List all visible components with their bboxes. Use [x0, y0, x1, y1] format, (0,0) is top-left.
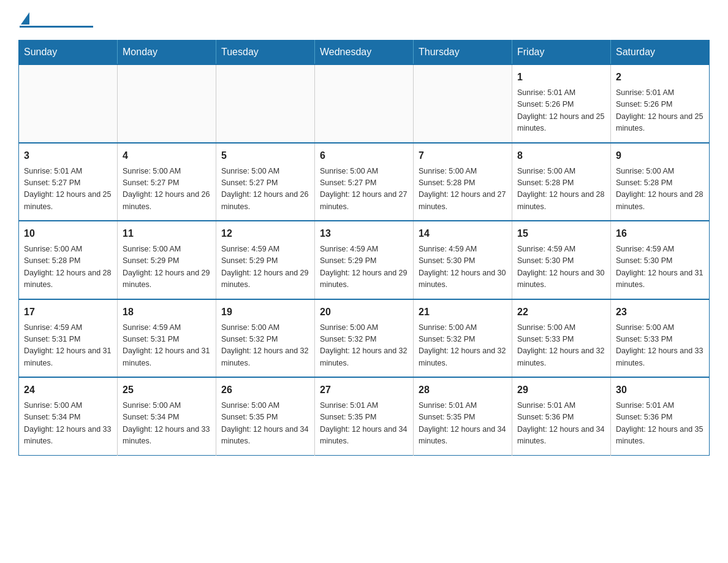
day-info: Sunrise: 4:59 AMSunset: 5:30 PMDaylight:…	[616, 243, 704, 291]
calendar-cell: 16Sunrise: 4:59 AMSunset: 5:30 PMDayligh…	[611, 221, 710, 299]
day-info: Sunrise: 5:00 AMSunset: 5:27 PMDaylight:…	[320, 166, 408, 213]
calendar-cell	[19, 64, 118, 143]
day-number: 9	[616, 148, 704, 163]
day-number: 22	[517, 305, 605, 320]
day-number: 12	[221, 226, 309, 241]
weekday-header-friday: Friday	[512, 40, 611, 65]
day-info: Sunrise: 5:00 AMSunset: 5:34 PMDaylight:…	[123, 400, 211, 448]
weekday-header-row: SundayMondayTuesdayWednesdayThursdayFrid…	[19, 40, 710, 65]
day-number: 24	[24, 383, 112, 397]
day-number: 10	[24, 226, 112, 241]
day-info: Sunrise: 5:01 AMSunset: 5:35 PMDaylight:…	[419, 400, 507, 448]
day-info: Sunrise: 4:59 AMSunset: 5:31 PMDaylight:…	[24, 322, 112, 370]
calendar-header: SundayMondayTuesdayWednesdayThursdayFrid…	[19, 40, 710, 65]
day-number: 14	[419, 226, 507, 241]
day-info: Sunrise: 5:01 AMSunset: 5:27 PMDaylight:…	[24, 166, 112, 213]
page-header	[18, 12, 710, 28]
calendar-cell: 1Sunrise: 5:01 AMSunset: 5:26 PMDaylight…	[512, 64, 611, 143]
day-info: Sunrise: 5:01 AMSunset: 5:26 PMDaylight:…	[616, 87, 704, 135]
day-info: Sunrise: 4:59 AMSunset: 5:30 PMDaylight:…	[419, 243, 507, 291]
calendar-week-row: 1Sunrise: 5:01 AMSunset: 5:26 PMDaylight…	[19, 64, 710, 143]
day-info: Sunrise: 5:00 AMSunset: 5:29 PMDaylight:…	[123, 243, 211, 291]
calendar-cell: 10Sunrise: 5:00 AMSunset: 5:28 PMDayligh…	[19, 221, 118, 299]
calendar-week-row: 10Sunrise: 5:00 AMSunset: 5:28 PMDayligh…	[19, 221, 710, 299]
day-number: 19	[221, 305, 309, 320]
calendar-cell	[216, 64, 315, 143]
calendar-cell: 20Sunrise: 5:00 AMSunset: 5:32 PMDayligh…	[315, 299, 414, 378]
calendar-body: 1Sunrise: 5:01 AMSunset: 5:26 PMDaylight…	[19, 64, 710, 455]
day-number: 25	[123, 383, 211, 397]
day-number: 21	[419, 305, 507, 320]
calendar-cell: 30Sunrise: 5:01 AMSunset: 5:36 PMDayligh…	[611, 377, 710, 455]
calendar-cell: 2Sunrise: 5:01 AMSunset: 5:26 PMDaylight…	[611, 64, 710, 143]
day-info: Sunrise: 5:01 AMSunset: 5:36 PMDaylight:…	[616, 400, 704, 448]
day-info: Sunrise: 4:59 AMSunset: 5:29 PMDaylight:…	[320, 243, 408, 291]
calendar-cell: 13Sunrise: 4:59 AMSunset: 5:29 PMDayligh…	[315, 221, 414, 299]
calendar-week-row: 17Sunrise: 4:59 AMSunset: 5:31 PMDayligh…	[19, 299, 710, 378]
calendar-cell: 12Sunrise: 4:59 AMSunset: 5:29 PMDayligh…	[216, 221, 315, 299]
day-info: Sunrise: 5:00 AMSunset: 5:33 PMDaylight:…	[616, 322, 704, 370]
day-number: 16	[616, 226, 704, 241]
logo	[18, 12, 93, 28]
day-info: Sunrise: 5:01 AMSunset: 5:26 PMDaylight:…	[517, 87, 605, 135]
day-number: 28	[419, 383, 507, 397]
day-info: Sunrise: 5:01 AMSunset: 5:36 PMDaylight:…	[517, 400, 605, 448]
day-info: Sunrise: 5:00 AMSunset: 5:28 PMDaylight:…	[24, 243, 112, 291]
day-number: 3	[24, 148, 112, 163]
day-number: 4	[123, 148, 211, 163]
day-number: 13	[320, 226, 408, 241]
day-number: 11	[123, 226, 211, 241]
day-number: 7	[419, 148, 507, 163]
calendar-cell: 7Sunrise: 5:00 AMSunset: 5:28 PMDaylight…	[414, 143, 512, 221]
weekday-header-wednesday: Wednesday	[315, 40, 414, 65]
calendar-cell: 8Sunrise: 5:00 AMSunset: 5:28 PMDaylight…	[512, 143, 611, 221]
calendar-cell: 24Sunrise: 5:00 AMSunset: 5:34 PMDayligh…	[19, 377, 118, 455]
day-info: Sunrise: 5:00 AMSunset: 5:35 PMDaylight:…	[221, 400, 309, 448]
calendar-cell: 9Sunrise: 5:00 AMSunset: 5:28 PMDaylight…	[611, 143, 710, 221]
day-info: Sunrise: 5:00 AMSunset: 5:33 PMDaylight:…	[517, 322, 605, 370]
calendar-cell: 28Sunrise: 5:01 AMSunset: 5:35 PMDayligh…	[414, 377, 512, 455]
calendar-cell: 21Sunrise: 5:00 AMSunset: 5:32 PMDayligh…	[414, 299, 512, 378]
day-info: Sunrise: 5:00 AMSunset: 5:28 PMDaylight:…	[419, 166, 507, 213]
calendar-cell: 29Sunrise: 5:01 AMSunset: 5:36 PMDayligh…	[512, 377, 611, 455]
day-number: 26	[221, 383, 309, 397]
day-number: 18	[123, 305, 211, 320]
weekday-header-monday: Monday	[118, 40, 216, 65]
day-info: Sunrise: 5:00 AMSunset: 5:27 PMDaylight:…	[123, 166, 211, 213]
day-info: Sunrise: 5:00 AMSunset: 5:28 PMDaylight:…	[616, 166, 704, 213]
day-info: Sunrise: 4:59 AMSunset: 5:31 PMDaylight:…	[123, 322, 211, 370]
day-number: 8	[517, 148, 605, 163]
calendar-cell: 6Sunrise: 5:00 AMSunset: 5:27 PMDaylight…	[315, 143, 414, 221]
calendar-table: SundayMondayTuesdayWednesdayThursdayFrid…	[18, 40, 710, 456]
day-info: Sunrise: 5:00 AMSunset: 5:28 PMDaylight:…	[517, 166, 605, 213]
day-number: 15	[517, 226, 605, 241]
calendar-cell: 4Sunrise: 5:00 AMSunset: 5:27 PMDaylight…	[118, 143, 216, 221]
day-number: 5	[221, 148, 309, 163]
day-number: 6	[320, 148, 408, 163]
weekday-header-saturday: Saturday	[611, 40, 710, 65]
calendar-cell: 3Sunrise: 5:01 AMSunset: 5:27 PMDaylight…	[19, 143, 118, 221]
calendar-cell: 27Sunrise: 5:01 AMSunset: 5:35 PMDayligh…	[315, 377, 414, 455]
calendar-cell	[118, 64, 216, 143]
day-info: Sunrise: 5:00 AMSunset: 5:27 PMDaylight:…	[221, 166, 309, 213]
day-info: Sunrise: 5:01 AMSunset: 5:35 PMDaylight:…	[320, 400, 408, 448]
calendar-cell: 22Sunrise: 5:00 AMSunset: 5:33 PMDayligh…	[512, 299, 611, 378]
calendar-cell: 17Sunrise: 4:59 AMSunset: 5:31 PMDayligh…	[19, 299, 118, 378]
weekday-header-thursday: Thursday	[414, 40, 512, 65]
weekday-header-sunday: Sunday	[19, 40, 118, 65]
calendar-cell: 5Sunrise: 5:00 AMSunset: 5:27 PMDaylight…	[216, 143, 315, 221]
day-number: 29	[517, 383, 605, 397]
day-info: Sunrise: 5:00 AMSunset: 5:32 PMDaylight:…	[320, 322, 408, 370]
calendar-cell: 18Sunrise: 4:59 AMSunset: 5:31 PMDayligh…	[118, 299, 216, 378]
calendar-week-row: 24Sunrise: 5:00 AMSunset: 5:34 PMDayligh…	[19, 377, 710, 455]
calendar-cell: 15Sunrise: 4:59 AMSunset: 5:30 PMDayligh…	[512, 221, 611, 299]
calendar-week-row: 3Sunrise: 5:01 AMSunset: 5:27 PMDaylight…	[19, 143, 710, 221]
day-number: 17	[24, 305, 112, 320]
calendar-cell: 14Sunrise: 4:59 AMSunset: 5:30 PMDayligh…	[414, 221, 512, 299]
calendar-cell	[414, 64, 512, 143]
weekday-header-tuesday: Tuesday	[216, 40, 315, 65]
calendar-cell	[315, 64, 414, 143]
calendar-cell: 11Sunrise: 5:00 AMSunset: 5:29 PMDayligh…	[118, 221, 216, 299]
logo-triangle-icon	[21, 12, 29, 25]
calendar-cell: 25Sunrise: 5:00 AMSunset: 5:34 PMDayligh…	[118, 377, 216, 455]
